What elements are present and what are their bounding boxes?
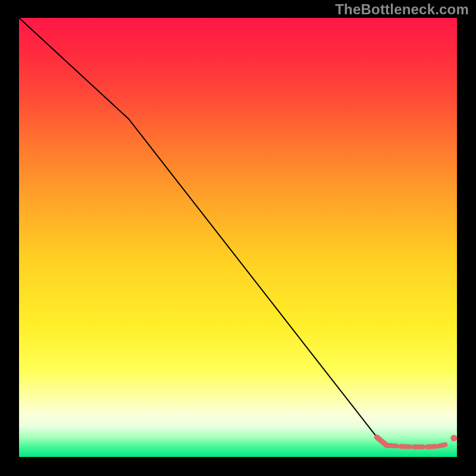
end-dot (450, 435, 457, 441)
watermark-label: TheBottleneck.com (335, 1, 469, 18)
bottleneck-chart (0, 0, 476, 476)
chart-frame: TheBottleneck.com (0, 0, 476, 476)
plot-area (19, 18, 457, 457)
curve-dash-3 (427, 446, 436, 447)
curve-dash-0 (388, 446, 397, 446)
curve-dash-4 (440, 444, 446, 446)
